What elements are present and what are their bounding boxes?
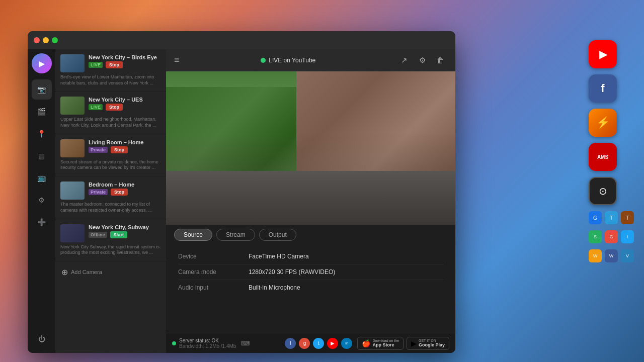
grid-icon: ▦ [38,152,45,160]
mini-icons-row-2: S G t [589,230,634,243]
info-row-camera-mode: Camera mode 644x362 30 FPS (RAWVIDEO) [178,264,443,280]
start-button-subway[interactable]: Start [110,231,128,238]
camera-info-bedroom: Bedroom – Home Private Stop [89,182,161,196]
sidebar-item-power[interactable]: ⏻ [32,329,52,349]
camera-info-nyc-ues: New York City – UES LIVE Stop [89,97,161,111]
live-status-text: LIVE on YouTube [269,57,315,64]
camera-desc: Bird's-eye view of Lower Manhattan, zoom… [60,74,161,86]
sidebar-item-video[interactable]: 📺 [32,168,52,188]
apple-icon: 🍎 [362,339,370,347]
camera-name: Bedroom – Home [89,182,161,188]
add-camera-button[interactable]: ⊕ Add Camera [55,261,166,283]
social-google[interactable]: g [299,338,310,349]
desktop-icon-youtube[interactable]: ▶ [589,40,617,68]
social-facebook[interactable]: f [285,338,296,349]
tab-source[interactable]: Source [174,229,212,241]
social-icons: f g t ▶ in [285,338,352,349]
camera-item-subway[interactable]: New York City, Subway Offline Start New … [55,219,166,261]
delete-icon: 🗑 [437,56,444,64]
status-badge: LIVE [89,62,103,68]
social-twitter[interactable]: t [313,338,324,349]
scenes-icon: 🎬 [37,108,46,116]
google-play-text: GET IT ON Google Play [419,339,445,347]
sidebar-item-cameras[interactable]: 📷 [32,79,52,100]
menu-icon[interactable]: ≡ [174,55,180,65]
video-preview-inner [166,71,455,225]
camera-status-row: Offline Start [89,231,161,238]
tab-stream[interactable]: Stream [216,229,255,241]
camera-item-nyc-ues[interactable]: New York City – UES LIVE Stop Upper East… [55,92,166,134]
lightning-icon: ⚡ [596,116,610,129]
stop-button-nyc-birds[interactable]: Stop [106,61,123,68]
minimize-button[interactable] [43,37,49,43]
close-button[interactable] [34,37,40,43]
app-store-badge[interactable]: 🍎 Download on the App Store [357,337,404,350]
sidebar-item-grid[interactable]: ▦ [32,146,52,166]
audio-input-value: Built-in Microphone [249,284,300,291]
google-play-icon: ▶ [411,339,417,347]
camera-desc: New York City Subway, the rapid transit … [60,244,161,256]
mini-icon-t2[interactable]: T [621,211,634,224]
camera-item-bedroom[interactable]: Bedroom – Home Private Stop The master b… [55,176,166,219]
camera-status-row: Private Stop [89,189,161,196]
desktop-icon-facebook[interactable]: f [589,74,617,103]
camera-item-living-room[interactable]: Living Room – Home Private Stop Secured … [55,134,166,176]
social-youtube[interactable]: ▶ [327,338,338,349]
location-icon: 📍 [37,130,46,138]
mini-icon-tw[interactable]: t [621,230,634,243]
camera-desc: Upper East Side and neighborhood, Manhat… [60,117,161,128]
camera-info-nyc-birds: New York City – Birds Eye LIVE Stop [89,54,161,68]
settings-button[interactable]: ⚙ [415,53,429,67]
desktop-icon-target[interactable]: ⊙ [589,177,617,205]
app-window: ▶ 📷 🎬 📍 ▦ 📺 ⚙ ➕ [28,31,455,353]
add-camera-icon: ⊕ [61,267,68,277]
delete-button[interactable]: 🗑 [433,53,447,67]
stop-button-living[interactable]: Stop [111,146,128,153]
desktop-icon-ams[interactable]: AMS [589,143,617,171]
mini-icon-s[interactable]: S [589,230,602,243]
info-panel: Device FaceTime HD Camera Camera mode 12… [166,245,455,333]
camera-thumb-nyc-birds [60,54,85,72]
camera-thumb-nyc-ues [60,97,85,115]
desktop-icon-lightning[interactable]: ⚡ [589,109,617,137]
stop-button-nyc-ues[interactable]: Stop [106,104,123,111]
sidebar-item-add[interactable]: ➕ [32,212,52,232]
facebook-icon: f [601,82,604,95]
play-icon: ▶ [39,59,45,68]
mini-icon-v[interactable]: V [621,249,634,262]
sidebar-item-location[interactable]: 📍 [32,124,52,144]
sidebar-icons: ▶ 📷 🎬 📍 ▦ 📺 ⚙ ➕ [28,49,55,353]
maximize-button[interactable] [52,37,58,43]
share-icon: ↗ [401,56,408,65]
mini-icon-w1[interactable]: W [589,249,602,262]
sidebar-item-scenes[interactable]: 🎬 [32,102,52,122]
camera-list: New York City – Birds Eye LIVE Stop Bird… [55,49,166,353]
mini-icon-w2[interactable]: W [605,249,618,262]
mini-icon-g[interactable]: G [605,230,618,243]
camera-desc: Secured stream of a private residence, t… [60,159,161,171]
status-indicator [172,341,176,345]
status-badge: Private [89,147,108,153]
google-play-badge[interactable]: ▶ GET IT ON Google Play [407,337,449,350]
linkedin-social-icon: in [345,341,348,345]
settings-icon: ⚙ [419,56,426,65]
street-overlay [166,133,455,225]
camera-item-nyc-birds[interactable]: New York City – Birds Eye LIVE Stop Bird… [55,49,166,92]
status-badge: Private [89,189,108,195]
mini-icon-google[interactable]: G [589,211,602,224]
camera-mode-label: Camera mode [178,268,249,276]
sidebar-item-settings[interactable]: ⚙ [32,190,52,210]
video-icon: 📺 [37,174,46,182]
mini-icons-row-3: W W V [589,249,634,262]
status-badge: Offline [89,232,107,238]
camera-name: New York City, Subway [89,224,161,230]
camera-name: New York City – UES [89,97,161,103]
social-linkedin[interactable]: in [341,338,352,349]
share-button[interactable]: ↗ [397,53,411,67]
stop-button-bedroom[interactable]: Stop [111,189,128,196]
camera-status-row: LIVE Stop [89,104,161,111]
cameras-icon: 📷 [37,85,46,94]
tab-output[interactable]: Output [259,229,296,241]
app-logo[interactable]: ▶ [32,53,52,73]
mini-icon-t1[interactable]: T [605,211,618,224]
